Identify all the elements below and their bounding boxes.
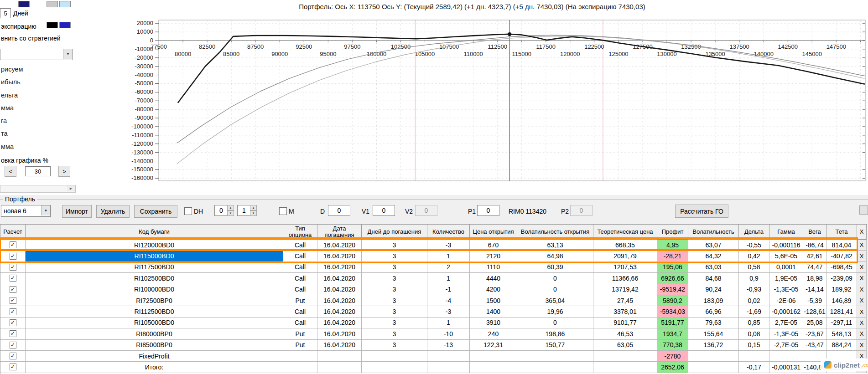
chevron-down-icon[interactable]: ▼ (41, 205, 50, 215)
curve-color-swatch[interactable] (18, 1, 30, 7)
cell-check[interactable]: ✓ (0, 328, 26, 339)
sidebar-item-gamma[interactable]: мма (1, 102, 74, 113)
expiration-color-swatch[interactable] (47, 22, 58, 28)
delete-row-button[interactable]: X (857, 318, 867, 328)
m-checkbox[interactable] (279, 207, 287, 215)
horizontal-scrollbar[interactable] (0, 185, 76, 193)
row-checkbox[interactable]: ✓ (10, 353, 16, 359)
sidebar-item-what-to-draw[interactable]: рисуем (1, 64, 74, 75)
column-header-theta[interactable]: Тета (826, 225, 857, 240)
cell-check[interactable]: ✓ (0, 240, 26, 251)
delete-button[interactable]: Удалить (96, 205, 130, 218)
cell-check[interactable]: ✓ (0, 340, 26, 351)
cell-check[interactable]: ✓ (0, 306, 26, 317)
row-checkbox[interactable]: ✓ (10, 264, 16, 271)
scroll-right-button[interactable]: ▶ (67, 185, 75, 191)
sidebar-item-profit[interactable]: ибыль (1, 77, 74, 87)
spin2-input[interactable] (237, 205, 251, 216)
row-checkbox[interactable]: ✓ (10, 330, 16, 337)
cell-code[interactable]: RI80000BP0 (26, 328, 283, 339)
spin-up-icon[interactable]: ▲ (250, 205, 257, 210)
column-header-vega[interactable]: Вега (803, 225, 826, 240)
delete-row-button[interactable]: X (857, 273, 867, 284)
import-button[interactable]: Импорт (62, 205, 92, 218)
spin1-arrows[interactable]: ▲▼ (227, 205, 234, 216)
sidebar-item-gamma2[interactable]: мма (1, 141, 74, 152)
cell-code[interactable]: RI120000BD0 (26, 240, 283, 251)
row-checkbox[interactable]: ✓ (10, 275, 16, 282)
pnl-chart[interactable]: 20000100000-10000-20000-30000-40000-5000… (76, 13, 868, 195)
cell-check[interactable]: ✓ (0, 251, 26, 261)
cell-check[interactable]: ✓ (0, 273, 26, 284)
column-header-profit[interactable]: Профит (657, 225, 688, 240)
v1-input[interactable] (373, 205, 395, 216)
cell-code[interactable]: RI115000BD0 (26, 251, 283, 261)
sidebar-item-theta[interactable]: та (1, 128, 74, 139)
calc-margin-button[interactable]: Рассчитать ГО (675, 205, 728, 218)
sidebar-item-vega[interactable]: га (1, 115, 74, 126)
cell-check[interactable]: ✓ (0, 295, 26, 306)
delete-row-button[interactable]: X (857, 295, 867, 306)
curve-color-swatch[interactable] (59, 1, 71, 7)
curve-color-swatch[interactable] (47, 1, 58, 7)
row-checkbox[interactable]: ✓ (10, 297, 16, 304)
days-input[interactable] (0, 8, 11, 18)
delete-row-button[interactable]: X (857, 262, 867, 273)
sidebar-item-delta[interactable]: ельта (1, 90, 74, 101)
cell-code[interactable]: Итого: (26, 362, 283, 373)
delete-row-button[interactable]: X (857, 240, 867, 251)
cell-check[interactable]: ✓ (0, 284, 26, 295)
column-header-expiry[interactable]: Дата погашения (317, 225, 362, 240)
column-header-delta[interactable]: Дельта (739, 225, 769, 240)
column-header-qty[interactable]: Количество (427, 225, 470, 240)
minimize-button[interactable]: _ (859, 205, 868, 215)
row-checkbox[interactable]: ✓ (10, 253, 16, 260)
row-checkbox[interactable]: ✓ (10, 319, 16, 326)
centering-next-button[interactable]: > (58, 166, 70, 177)
dh-checkbox[interactable] (184, 207, 192, 215)
row-checkbox[interactable]: ✓ (10, 342, 16, 348)
p1-input[interactable] (477, 205, 499, 216)
delete-row-button[interactable]: X (857, 306, 867, 317)
portfolio-select[interactable]: новая 6 ▼ (1, 205, 51, 217)
column-header-option_type[interactable]: Тип опциона (283, 225, 317, 240)
row-checkbox[interactable]: ✓ (10, 286, 16, 293)
spin-up-icon[interactable]: ▲ (227, 205, 234, 210)
centering-value-input[interactable] (25, 166, 51, 176)
expiration-color-swatch-2[interactable] (59, 22, 71, 28)
row-checkbox[interactable]: ✓ (10, 308, 16, 315)
cell-code[interactable]: RI105000BD0 (26, 318, 283, 328)
save-button[interactable]: Сохранить (134, 205, 177, 218)
column-header-days[interactable]: Дней до погашения (362, 225, 427, 240)
cell-code[interactable]: RI85000BP0 (26, 340, 283, 351)
column-header-check[interactable]: Расчет (0, 225, 26, 240)
delete-row-button[interactable]: X (857, 284, 867, 295)
cell-check[interactable]: ✓ (0, 362, 26, 373)
column-header-x[interactable]: X (857, 225, 867, 240)
spin2-arrows[interactable]: ▲▼ (250, 205, 257, 216)
spin1-input[interactable] (214, 205, 228, 216)
spin-down-icon[interactable]: ▼ (227, 210, 234, 216)
cell-code[interactable]: RI117500BD0 (26, 262, 283, 273)
cell-code[interactable]: FixedProfit (26, 351, 283, 362)
column-header-theo_price[interactable]: Теоретическая цена (593, 225, 657, 240)
strategy-select[interactable]: ▼ (0, 49, 73, 60)
chevron-down-icon[interactable]: ▼ (63, 49, 73, 59)
row-checkbox[interactable]: ✓ (10, 364, 16, 370)
cell-code[interactable]: RI72500BP0 (26, 295, 283, 306)
column-header-volatility[interactable]: Волатильность (688, 225, 739, 240)
cell-check[interactable]: ✓ (0, 351, 26, 362)
column-header-open_vol[interactable]: Волатильность открытия (517, 225, 593, 240)
row-checkbox[interactable]: ✓ (10, 241, 16, 248)
cell-check[interactable]: ✓ (0, 318, 26, 328)
d-input[interactable] (328, 205, 350, 216)
centering-prev-button[interactable]: < (5, 166, 16, 177)
cell-code[interactable]: RI112500BD0 (26, 306, 283, 317)
column-header-code[interactable]: Код бумаги (26, 225, 283, 240)
cell-check[interactable]: ✓ (0, 262, 26, 273)
spin-down-icon[interactable]: ▼ (250, 210, 257, 216)
delete-row-button[interactable]: X (857, 328, 867, 339)
cell-code[interactable]: RI100000BD0 (26, 284, 283, 295)
delete-row-button[interactable]: X (857, 251, 867, 261)
delete-row-button[interactable]: X (857, 340, 867, 351)
